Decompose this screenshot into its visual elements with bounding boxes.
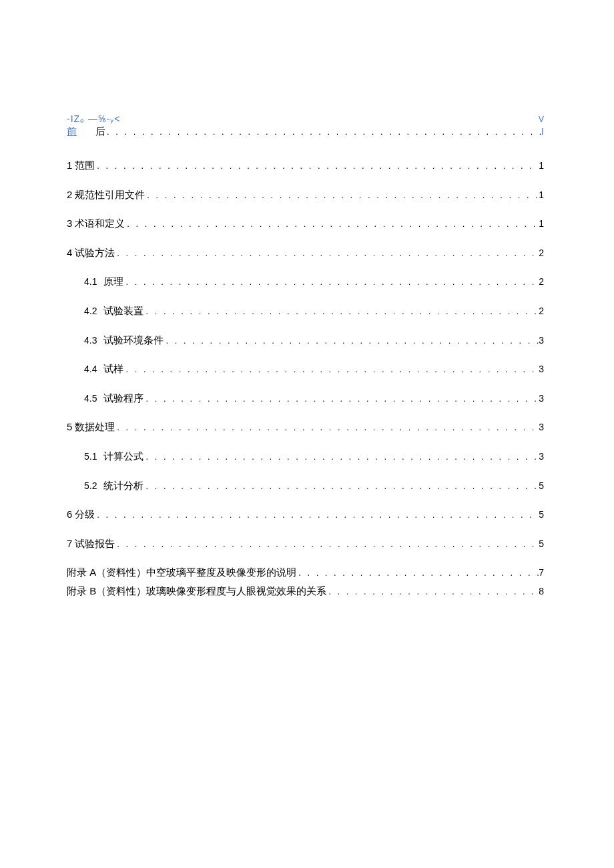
header-right-fragment: V — [539, 115, 544, 124]
toc-row: 4.1原理. . . . . . . . . . . . . . . . . .… — [67, 274, 544, 289]
toc-page-number: 3 — [539, 392, 544, 406]
appendix-row: 附录 B（资料性）玻璃映像变形程度与人眼视觉效果的关系. . . . . . .… — [67, 584, 544, 598]
toc-container: 1范围. . . . . . . . . . . . . . . . . . .… — [67, 158, 544, 550]
toc-leader-dots: . . . . . . . . . . . . . . . . . . . . … — [123, 276, 539, 288]
toc-row: 5.1计算公式. . . . . . . . . . . . . . . . .… — [67, 449, 544, 464]
preface-label-back: 后 — [95, 125, 105, 138]
toc-leader-dots: . . . . . . . . . . . . . . . . . . . . … — [125, 218, 539, 230]
appendix-row: 附录 A（资料性）中空玻璃平整度及映像变形的说明. . . . . . . . … — [67, 565, 544, 580]
toc-number: 4.5 — [84, 392, 97, 406]
toc-title: 术语和定义 — [75, 216, 125, 230]
toc-page-number: 3 — [539, 334, 544, 348]
toc-row: 1范围. . . . . . . . . . . . . . . . . . .… — [67, 158, 544, 173]
toc-number: 6 — [67, 507, 72, 521]
toc-number: 1 — [67, 158, 72, 172]
header-fragment-row: -IZₑ —⅝-ᵧ< V — [67, 113, 544, 124]
appendix-page-number: 7 — [539, 566, 544, 580]
toc-page-number: 2 — [539, 305, 544, 318]
toc-title: 范围 — [75, 158, 95, 172]
toc-row: 4.3试验环境条件. . . . . . . . . . . . . . . .… — [67, 333, 544, 348]
toc-page-number: 3 — [539, 421, 544, 434]
toc-number: 4.3 — [84, 334, 97, 348]
appendix-title: 附录 A（资料性）中空玻璃平整度及映像变形的说明 — [67, 565, 296, 579]
toc-title: 原理 — [103, 274, 123, 288]
toc-title: 统计分析 — [103, 478, 143, 492]
toc-title: 试验装置 — [103, 304, 143, 318]
toc-leader-dots: . . . . . . . . . . . . . . . . . . . . … — [123, 364, 539, 376]
toc-number: 2 — [67, 187, 72, 201]
toc-leader-dots: . . . . . . . . . . . . . . . . . . . . … — [95, 160, 539, 172]
appendix-title: 附录 B（资料性）玻璃映像变形程度与人眼视觉效果的关系 — [67, 584, 326, 598]
toc-number: 7 — [67, 536, 72, 550]
toc-row: 4.4试样. . . . . . . . . . . . . . . . . .… — [67, 362, 544, 376]
toc-leader-dots: . . . . . . . . . . . . . . . . . . . . … — [115, 422, 539, 434]
toc-title: 计算公式 — [103, 449, 143, 463]
toc-title: 试验报告 — [75, 536, 115, 550]
toc-leader-dots: . . . . . . . . . . . . . . . . . . . . … — [115, 248, 539, 260]
toc-leader-dots: . . . . . . . . . . . . . . . . . . . . … — [143, 480, 539, 492]
toc-page-number: 1 — [539, 218, 544, 231]
toc-title: 规范性引用文件 — [75, 187, 145, 201]
toc-page-number: 1 — [539, 189, 544, 202]
toc-row: 7试验报告. . . . . . . . . . . . . . . . . .… — [67, 536, 544, 551]
toc-number: 4.1 — [84, 276, 97, 289]
toc-leader-dots: . . . . . . . . . . . . . . . . . . . . … — [164, 335, 539, 347]
appendix-container: 附录 A（资料性）中空玻璃平整度及映像变形的说明. . . . . . . . … — [67, 565, 544, 598]
toc-leader-dots: . . . . . . . . . . . . . . . . . . . . … — [145, 189, 539, 201]
toc-row: 4试验方法. . . . . . . . . . . . . . . . . .… — [67, 246, 544, 260]
toc-leader-dots: . . . . . . . . . . . . . . . . . . . . … — [115, 538, 539, 550]
toc-leader-dots: . . . . . . . . . . . . . . . . . . . . … — [143, 306, 539, 318]
appendix-page-number: 8 — [539, 585, 544, 598]
header-left-fragment: -IZₑ —⅝-ᵧ< — [67, 113, 121, 124]
toc-row: 5.2统计分析. . . . . . . . . . . . . . . . .… — [67, 478, 544, 493]
toc-title: 试验环境条件 — [103, 333, 164, 347]
toc-number: 4 — [67, 246, 72, 260]
toc-title: 试验程序 — [103, 391, 143, 405]
toc-number: 5 — [67, 420, 72, 434]
toc-leader-dots: . . . . . . . . . . . . . . . . . . . . … — [143, 393, 539, 405]
toc-page-number: 5 — [539, 508, 544, 522]
toc-title: 试验方法 — [75, 246, 115, 260]
toc-row: 2规范性引用文件. . . . . . . . . . . . . . . . … — [67, 187, 544, 202]
toc-title: 分级 — [75, 507, 95, 521]
toc-number: 4.4 — [84, 363, 97, 376]
toc-row: 3术语和定义. . . . . . . . . . . . . . . . . … — [67, 216, 544, 231]
toc-leader-dots: . . . . . . . . . . . . . . . . . . . . … — [105, 127, 541, 137]
toc-row: 6分级. . . . . . . . . . . . . . . . . . .… — [67, 507, 544, 522]
toc-page-number: 5 — [539, 480, 544, 493]
toc-number: 5.2 — [84, 480, 97, 493]
toc-page-number: 3 — [539, 363, 544, 376]
toc-row: 4.5试验程序. . . . . . . . . . . . . . . . .… — [67, 391, 544, 406]
toc-row: 4.2试验装置. . . . . . . . . . . . . . . . .… — [67, 304, 544, 318]
toc-leader-dots: . . . . . . . . . . . . . . . . . . . . … — [296, 567, 539, 579]
preface-page-number: I — [541, 126, 544, 137]
toc-page-number: 2 — [539, 276, 544, 289]
toc-leader-dots: . . . . . . . . . . . . . . . . . . . . … — [95, 509, 539, 521]
toc-number: 5.1 — [84, 450, 97, 464]
toc-page-number: 2 — [539, 247, 544, 260]
toc-preface-row: 前 后 . . . . . . . . . . . . . . . . . . … — [67, 125, 544, 138]
toc-leader-dots: . . . . . . . . . . . . . . . . . . . . … — [143, 451, 539, 463]
toc-page-number: 3 — [539, 450, 544, 464]
toc-title: 试样 — [103, 362, 123, 376]
toc-number: 3 — [67, 216, 72, 230]
toc-row: 5数据处理. . . . . . . . . . . . . . . . . .… — [67, 420, 544, 434]
toc-leader-dots: . . . . . . . . . . . . . . . . . . . . … — [326, 586, 539, 598]
toc-number: 4.2 — [84, 305, 97, 318]
toc-page-number: 1 — [539, 159, 544, 173]
toc-page-number: 5 — [539, 538, 544, 551]
toc-title: 数据处理 — [75, 420, 115, 434]
preface-label-front: 前 — [67, 125, 77, 138]
